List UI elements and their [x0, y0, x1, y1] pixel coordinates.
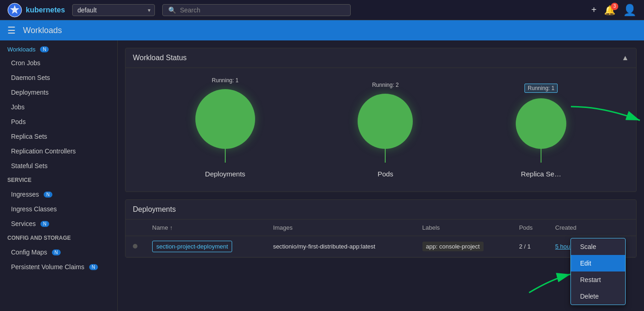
search-icon: 🔍: [168, 6, 176, 14]
pods-circle-line: [385, 149, 386, 163]
context-menu-delete[interactable]: Delete: [571, 288, 625, 305]
namespace-wrapper[interactable]: default: [72, 4, 155, 16]
sidebar-item-config-maps[interactable]: Config Maps N: [0, 245, 117, 260]
namespace-select[interactable]: default: [72, 4, 155, 16]
panel-collapse-button[interactable]: ▲: [621, 54, 629, 62]
deployments-circle-name: Deployments: [205, 170, 245, 178]
top-nav: kubernetes default 🔍 + 🔔 3 👤: [0, 0, 644, 20]
daemon-sets-label: Daemon Sets: [11, 74, 50, 81]
sidebar-item-services[interactable]: Services N: [0, 216, 117, 231]
sidebar-workloads-header[interactable]: Workloads N: [0, 40, 117, 56]
context-menu: Scale Edit Restart Delete: [570, 238, 626, 305]
context-menu-edit[interactable]: Edit: [571, 255, 625, 271]
workloads-badge: N: [40, 46, 49, 52]
config-maps-label: Config Maps: [11, 249, 47, 256]
pods-running-label: Running: 2: [372, 82, 399, 88]
notification-button[interactable]: 🔔 3: [604, 5, 616, 16]
row-pods: 2 / 1: [519, 243, 530, 250]
row-image: sectionio/my-first-distributed-app:lates…: [273, 243, 376, 250]
context-menu-scale[interactable]: Scale: [571, 238, 625, 255]
page-title: Workloads: [23, 26, 62, 35]
sidebar-item-jobs[interactable]: Jobs: [0, 100, 117, 114]
arrow-to-menu: [566, 102, 644, 139]
sidebar-item-ingresses[interactable]: Ingresses N: [0, 187, 117, 202]
col-pods: Pods: [512, 220, 548, 236]
profile-icon: 👤: [623, 4, 637, 17]
config-maps-badge: N: [52, 249, 61, 255]
main-layout: Workloads N Cron Jobs Daemon Sets Deploy…: [0, 40, 644, 311]
cron-jobs-label: Cron Jobs: [11, 59, 40, 67]
sidebar-item-ingress-classes[interactable]: Ingress Classes: [0, 202, 117, 216]
workload-status-panel: Workload Status ▲ Running: 1 Deployments…: [125, 48, 637, 192]
pvc-badge: N: [89, 264, 98, 270]
logo-text: kubernetes: [26, 6, 65, 14]
status-circles: Running: 1 Deployments Running: 2 Pods: [125, 68, 636, 192]
deployment-link[interactable]: section-project-deployment: [152, 241, 232, 252]
status-dot: [133, 244, 137, 249]
sidebar-item-replication-controllers[interactable]: Replication Controllers: [0, 144, 117, 158]
col-actions: [607, 220, 636, 236]
profile-button[interactable]: 👤: [623, 4, 637, 17]
sidebar-item-deployments[interactable]: Deployments: [0, 85, 117, 100]
col-labels: Labels: [415, 220, 512, 236]
replica-sets-circle-item: Running: 1 Replica Se…: [516, 84, 566, 178]
sidebar-item-persistent-volume-claims[interactable]: Persistent Volume Claims N: [0, 260, 117, 274]
deployments-table-head: Name ↑ Images Labels Pods Created: [125, 220, 636, 236]
deployments-circle-item: Running: 1 Deployments: [195, 77, 255, 178]
blue-bar: ☰ Workloads: [0, 20, 644, 40]
deployments-table-container: Deployments Name ↑ Images Labels: [125, 199, 637, 258]
replica-sets-circle: [516, 98, 566, 149]
row-status-cell: [125, 236, 145, 257]
deployments-circle-wrapper: [195, 89, 255, 163]
nav-icons: + 🔔 3 👤: [591, 4, 637, 17]
plus-icon: +: [591, 5, 597, 15]
workloads-label: Workloads: [7, 46, 35, 53]
replica-sets-circle-wrapper: [516, 98, 566, 163]
context-menu-restart[interactable]: Restart: [571, 271, 625, 288]
replica-sets-running-label: Running: 1: [524, 84, 558, 93]
deployments-table-body: section-project-deployment sectionio/my-…: [125, 236, 636, 257]
workload-status-header: Workload Status ▲: [125, 48, 636, 68]
workload-status-title: Workload Status: [133, 54, 187, 62]
row-pods-cell: 2 / 1: [512, 236, 548, 257]
row-label-cell: app: console-project: [415, 236, 512, 257]
sidebar-item-pods[interactable]: Pods: [0, 114, 117, 129]
jobs-label: Jobs: [11, 103, 25, 111]
sidebar-item-cron-jobs[interactable]: Cron Jobs: [0, 56, 117, 70]
pods-circle-wrapper: [358, 94, 413, 163]
deployments-label: Deployments: [11, 89, 49, 96]
notification-badge: 3: [611, 3, 618, 10]
deployments-circle: [195, 89, 255, 149]
replica-sets-label: Replica Sets: [11, 133, 47, 140]
sidebar-item-replica-sets[interactable]: Replica Sets: [0, 129, 117, 144]
services-badge: N: [40, 221, 49, 227]
sidebar-item-stateful-sets[interactable]: Stateful Sets: [0, 158, 117, 173]
ingresses-label: Ingresses: [11, 191, 39, 198]
col-created: Created: [548, 220, 607, 236]
search-input[interactable]: [180, 6, 345, 14]
table-row: section-project-deployment sectionio/my-…: [125, 236, 636, 257]
deployments-table-title: Deployments: [133, 205, 176, 214]
replica-sets-circle-name: Replica Se…: [521, 170, 561, 178]
deployments-circle-line: [225, 149, 226, 163]
ingresses-badge: N: [44, 192, 52, 198]
deployments-data-table: Name ↑ Images Labels Pods Created: [125, 220, 636, 257]
col-name[interactable]: Name ↑: [145, 220, 266, 236]
replica-sets-circle-line: [541, 149, 541, 163]
menu-icon[interactable]: ☰: [7, 25, 16, 36]
pvc-label: Persistent Volume Claims: [11, 263, 85, 271]
replication-controllers-label: Replication Controllers: [11, 147, 76, 155]
services-label: Services: [11, 220, 36, 227]
sidebar-service-category: Service: [0, 173, 117, 187]
pods-circle-name: Pods: [377, 170, 393, 178]
ingress-classes-label: Ingress Classes: [11, 205, 57, 213]
add-button[interactable]: +: [591, 5, 597, 15]
sidebar: Workloads N Cron Jobs Daemon Sets Deploy…: [0, 40, 118, 311]
sidebar-item-daemon-sets[interactable]: Daemon Sets: [0, 70, 117, 85]
search-bar[interactable]: 🔍: [162, 4, 351, 16]
logo-area: kubernetes: [7, 3, 65, 17]
sidebar-config-category: Config and Storage: [0, 231, 117, 245]
col-status: [125, 220, 145, 236]
pods-circle-item: Running: 2 Pods: [358, 82, 413, 178]
pods-circle: [358, 94, 413, 149]
